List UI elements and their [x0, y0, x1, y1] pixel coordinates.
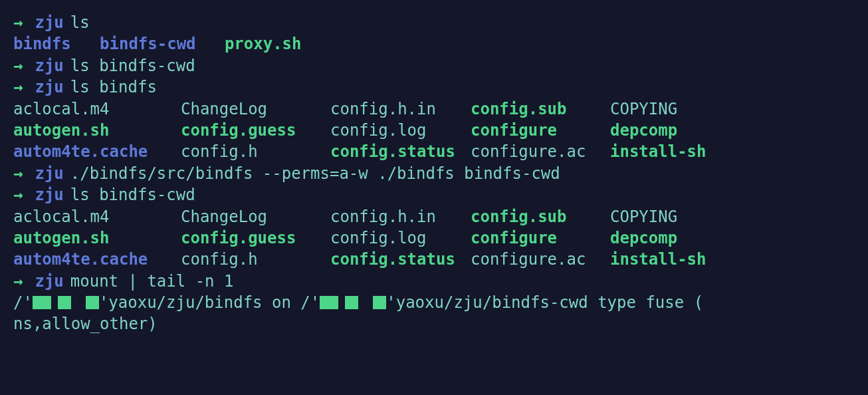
list-item: bindfs-cwd: [100, 35, 196, 53]
prompt-line-5: →zjuls bindfs-cwd: [13, 184, 868, 205]
redacted-block-icon: [373, 296, 386, 309]
mount-text: ': [99, 293, 108, 312]
list-item: autogen.sh: [13, 120, 181, 141]
prompt-line-2: →zjuls bindfs-cwd: [13, 55, 868, 76]
listing-row: autogen.sh config.guess config.log confi…: [13, 227, 868, 249]
list-item: config.h: [181, 249, 330, 270]
mount-output-line-1: /''yaoxu/zju/bindfs on /''yaoxu/zju/bind…: [13, 292, 868, 313]
list-item: install-sh: [610, 141, 728, 162]
list-item: aclocal.m4: [13, 206, 181, 227]
prompt-line-4: →zju./bindfs/src/bindfs --perms=a-w ./bi…: [13, 163, 868, 184]
redacted-block-icon: [86, 296, 99, 309]
list-item: depcomp: [610, 120, 728, 141]
list-item: config.status: [330, 249, 471, 270]
command-text: ls bindfs-cwd: [70, 186, 195, 204]
list-item: configure.ac: [471, 141, 610, 162]
list-item: config.guess: [181, 120, 330, 141]
list-item: autom4te.cache: [13, 249, 181, 270]
prompt-arrow-icon: →: [13, 13, 23, 32]
list-item: COPYING: [610, 206, 728, 227]
list-item: config.h.in: [330, 206, 471, 227]
prompt-line-1: →zjuls: [13, 12, 868, 33]
command-text: mount | tail -n 1: [70, 272, 234, 291]
list-item: config.guess: [181, 227, 330, 249]
list-item: depcomp: [610, 227, 728, 249]
redacted-block-icon: [33, 296, 51, 309]
prompt-cwd: zju: [35, 272, 63, 291]
list-item: ChangeLog: [181, 98, 330, 120]
prompt-cwd: zju: [35, 164, 63, 183]
mount-output-line-2: ns,allow_other): [13, 313, 868, 334]
prompt-line-6: →zjumount | tail -n 1: [13, 271, 868, 292]
list-item: config.h.in: [330, 98, 471, 120]
prompt-arrow-icon: →: [13, 186, 23, 204]
prompt-line-3: →zjuls bindfs: [13, 76, 868, 98]
command-text: ls bindfs-cwd: [70, 57, 195, 75]
command-text: ls bindfs: [70, 78, 157, 96]
prompt-cwd: zju: [35, 186, 63, 204]
list-item: config.status: [330, 141, 471, 162]
prompt-arrow-icon: →: [13, 272, 23, 291]
list-item: configure.ac: [471, 249, 610, 270]
list-item: config.sub: [471, 98, 610, 120]
prompt-arrow-icon: →: [13, 164, 23, 183]
prompt-arrow-icon: →: [13, 57, 23, 75]
prompt-arrow-icon: →: [13, 78, 23, 96]
listing-row: autom4te.cache config.h config.status co…: [13, 249, 868, 270]
redacted-block-icon: [345, 296, 358, 309]
list-item: aclocal.m4: [13, 98, 181, 120]
list-item: COPYING: [610, 98, 728, 120]
list-item: configure: [471, 120, 610, 141]
list-item: autogen.sh: [13, 227, 181, 249]
list-item: install-sh: [610, 249, 728, 270]
list-item: config.h: [181, 141, 330, 162]
mount-text: ': [386, 293, 395, 312]
mount-text: ': [310, 293, 320, 312]
command-text: ./bindfs/src/bindfs --perms=a-w ./bindfs…: [70, 164, 560, 183]
list-item: autom4te.cache: [13, 141, 181, 162]
listing-row: autogen.sh config.guess config.log confi…: [13, 120, 868, 141]
list-item: bindfs: [13, 35, 71, 53]
prompt-cwd: zju: [35, 13, 63, 32]
list-item: config.log: [330, 120, 471, 141]
mount-text: ns,allow_other): [13, 315, 158, 333]
ls-output-1: bindfs bindfs-cwd proxy.sh: [13, 33, 868, 55]
list-item: config.sub: [471, 206, 610, 227]
mount-text: ': [23, 293, 32, 312]
prompt-cwd: zju: [35, 57, 63, 75]
list-item: proxy.sh: [225, 35, 302, 53]
list-item: ChangeLog: [181, 206, 330, 227]
listing-row: aclocal.m4 ChangeLog config.h.in config.…: [13, 98, 868, 120]
mount-text: /: [13, 293, 23, 312]
prompt-cwd: zju: [35, 78, 63, 96]
redacted-block-icon: [58, 296, 71, 309]
redacted-block-icon: [320, 296, 338, 309]
list-item: configure: [471, 227, 610, 249]
mount-text: yaoxu/zju/bindfs on /: [108, 293, 310, 312]
listing-row: autom4te.cache config.h config.status co…: [13, 141, 868, 162]
command-text: ls: [70, 13, 90, 32]
mount-text: yaoxu/zju/bindfs-cwd type fuse (: [396, 293, 703, 312]
listing-row: aclocal.m4 ChangeLog config.h.in config.…: [13, 206, 868, 227]
list-item: config.log: [330, 227, 471, 249]
